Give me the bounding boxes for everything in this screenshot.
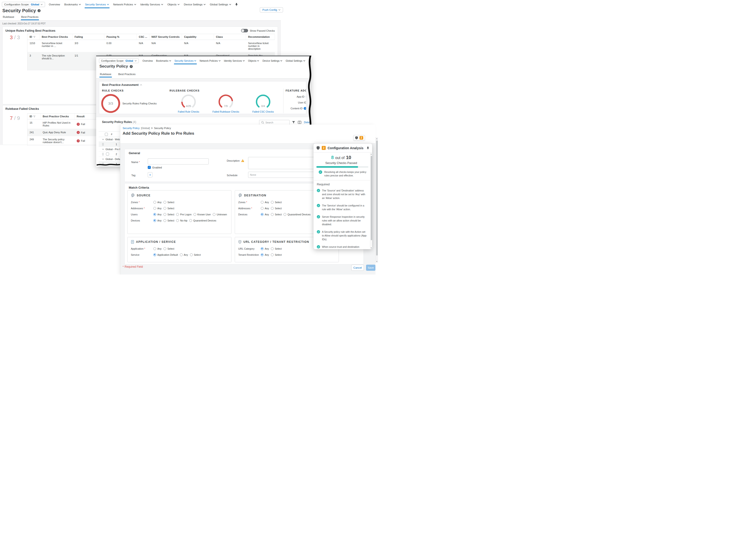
scrollbar-thumb[interactable] (376, 140, 378, 255)
column-header-failing[interactable]: Failing (72, 34, 104, 40)
show-passed-checks-toggle[interactable] (241, 29, 248, 32)
radio-any[interactable]: Any (153, 219, 162, 222)
nav-item-identity-services[interactable]: Identity Services (140, 1, 163, 8)
radio-any[interactable]: Any (261, 253, 269, 256)
nav-item-network-policies[interactable]: Network Policies (200, 58, 221, 64)
tab-rulebase[interactable]: Rulebase (2, 15, 15, 20)
radio-select[interactable]: Select (163, 201, 174, 204)
radio-no-hip[interactable]: No-hip (176, 219, 187, 222)
rule-row[interactable]: 3 (99, 161, 120, 166)
radio-select[interactable]: Select (190, 253, 201, 256)
rule-group-row[interactable]: Global - Pre Rule (99, 147, 120, 151)
columns-button[interactable] (297, 120, 302, 124)
radio-any[interactable]: Any (180, 253, 188, 256)
table-row[interactable]: 1153ServiceNow ticket number in ... 3/30… (27, 40, 275, 52)
radio-quarantined-devices[interactable]: Quarantined Devices (283, 213, 310, 216)
radio-select[interactable]: Select (271, 201, 282, 204)
radio-pre-logon[interactable]: Pre Logon (176, 213, 191, 216)
nav-item-objects[interactable]: Objects (167, 1, 180, 8)
nav-item-global-settings[interactable]: Global Settings (210, 1, 231, 8)
radio-known-user[interactable]: Known User (193, 213, 211, 216)
tab-best-practices[interactable]: Best Practices (21, 15, 39, 20)
tab-best-practices[interactable]: Best Practices (118, 72, 136, 77)
column-header-id[interactable]: ID (27, 113, 41, 119)
nav-item-device-settings[interactable]: Device Settings (262, 58, 282, 64)
nav-item-overview[interactable]: Overview (143, 58, 153, 64)
radio-select[interactable]: Select (163, 247, 174, 250)
radio-any[interactable]: Any (153, 247, 162, 250)
gauge-link[interactable]: Failed Rule Checks (171, 110, 206, 113)
tab-rulebase[interactable]: Rulebase (99, 72, 112, 77)
nav-item-bookmarks[interactable]: Bookmarks (64, 1, 81, 8)
column-header-best-practice-checks[interactable]: Best Practice Checks (40, 34, 72, 40)
name-field[interactable] (148, 158, 209, 164)
nav-item-overview[interactable]: Overview (49, 1, 60, 8)
add-tag-button[interactable]: + (148, 172, 152, 177)
pin-icon[interactable] (309, 59, 310, 62)
radio-any[interactable]: Any (261, 207, 269, 210)
row-checkbox[interactable] (106, 152, 109, 155)
nav-item-device-settings[interactable]: Device Settings (184, 1, 206, 8)
radio-application-default[interactable]: Application Default (153, 253, 178, 256)
radio-any[interactable]: Any (153, 207, 162, 210)
scroll-up-arrow[interactable]: ▲ (376, 138, 378, 139)
nav-item-bookmarks[interactable]: Bookmarks (156, 58, 171, 64)
nav-item-identity-services[interactable]: Identity Services (224, 58, 245, 64)
column-header-best-practice-checks[interactable]: Best Practice Checks (41, 113, 75, 119)
filter-button[interactable] (291, 120, 296, 124)
pin-icon[interactable] (367, 146, 369, 150)
column-header-capability[interactable]: Capability (182, 34, 214, 40)
radio-any[interactable]: Any (153, 201, 162, 204)
gauge-link[interactable]: Failed Rulebase Checks (208, 110, 243, 113)
collapse-caret-icon[interactable] (140, 84, 142, 86)
cancel-button[interactable]: Cancel (351, 264, 364, 271)
nav-item-objects[interactable]: Objects (248, 58, 259, 64)
info-icon[interactable]: i (38, 9, 41, 12)
nav-item-security-services[interactable]: Security Services (174, 58, 196, 64)
column-header-csc[interactable]: CSC ... (137, 34, 149, 40)
column-header-result[interactable]: Result (75, 113, 96, 119)
pin-icon[interactable] (235, 3, 238, 6)
radio-any[interactable]: Any (261, 247, 269, 250)
radio-select[interactable]: Select (271, 247, 282, 250)
gauge-link[interactable]: Failed CSC Checks (246, 110, 281, 113)
push-config-button[interactable]: Push Config (260, 7, 283, 12)
enabled-checkbox[interactable] (148, 166, 151, 169)
column-header-nist-security-controls[interactable]: NIST Security Controls (149, 34, 182, 40)
search-input[interactable] (265, 121, 287, 124)
radio-any[interactable]: Any (261, 201, 269, 204)
rule-group-row[interactable]: Global - Default (99, 157, 120, 161)
configuration-scope-dropdown[interactable]: Configuration Scope: Global (99, 58, 139, 63)
column-header-id[interactable]: ID (27, 34, 40, 40)
column-header-class[interactable]: Class (214, 34, 246, 40)
nav-item-network-policies[interactable]: Network Policies (113, 1, 136, 8)
nav-item-global-settings[interactable]: Global Settings (286, 58, 305, 64)
info-icon[interactable]: ! (304, 107, 306, 110)
rule-row[interactable]: 2 (99, 151, 120, 157)
select-all-checkbox[interactable] (105, 133, 108, 136)
column-header-passing[interactable]: Passing % (104, 34, 137, 40)
rule-row[interactable]: 1 (99, 142, 120, 147)
breadcrumb-link[interactable]: Security Policy (123, 127, 140, 129)
radio-select[interactable]: Select (271, 253, 282, 256)
scroll-down-arrow[interactable]: ▼ (376, 260, 378, 262)
configuration-scope-dropdown[interactable]: Configuration Scope: Global (2, 2, 45, 7)
info-icon[interactable]: i (130, 65, 133, 68)
scrollbar-thumb[interactable] (371, 156, 372, 240)
scroll-up-arrow[interactable]: ▲ (370, 153, 372, 155)
feature-toggle[interactable] (306, 95, 306, 98)
radio-quarantined-devices[interactable]: Quarantined Devices (189, 219, 216, 222)
radio-select[interactable]: Select (163, 213, 174, 216)
radio-select[interactable]: Select (271, 213, 282, 216)
radio-any[interactable]: Any (153, 213, 162, 216)
configuration-analysis-trigger[interactable]: 2 (353, 135, 365, 140)
radio-select[interactable]: Select (163, 219, 174, 222)
nav-item-security-services[interactable]: Security Services (85, 1, 109, 8)
rule-group-row[interactable]: Global - Web Se (99, 137, 120, 142)
column-header-recommendation[interactable]: Recommendation (246, 34, 275, 40)
window-scrollbar[interactable]: ▲ ▼ (375, 137, 378, 263)
radio-select[interactable]: Select (163, 207, 174, 210)
radio-unknown[interactable]: Unknown (213, 213, 227, 216)
save-button[interactable]: Save (366, 264, 375, 271)
radio-select[interactable]: Select (271, 207, 282, 210)
